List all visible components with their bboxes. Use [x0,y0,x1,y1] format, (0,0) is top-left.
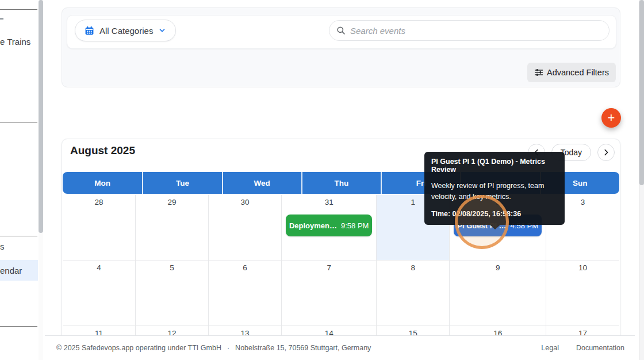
sidebar-item-calendar-label: endar [0,266,22,275]
date-number: 28 [63,198,135,207]
calendar-cell-10[interactable]: 10 [546,261,619,326]
date-number: 9 [450,263,546,273]
tooltip-time: Time: 02/08/2025, 16:58:36 [431,210,558,218]
sidebar-item-calendar[interactable]: endar [0,260,38,281]
sliders-icon [534,68,543,77]
chevron-down-icon [158,26,166,35]
day-header-wed: Wed [222,172,301,194]
calendar-cell-30[interactable]: 30 [209,195,282,261]
documentation-link[interactable]: Documentation [576,344,624,352]
date-number: 8 [377,263,449,273]
day-header-thu: Thu [301,172,381,194]
sidebar-item-release-trains[interactable]: e Trains [0,37,30,47]
footer-copyright: © 2025 Safedevops.app operating under TT… [56,344,221,352]
next-month-button[interactable] [597,144,615,161]
calendar-month-title: August 2025 [70,144,135,157]
advanced-filters-button[interactable]: Advanced Filters [527,63,616,82]
page-scrollbar-thumb[interactable] [639,0,644,185]
add-event-button[interactable]: + [601,108,621,128]
page-scrollbar[interactable] [639,0,644,360]
chevron-right-icon [602,148,610,156]
calendar-cell-29[interactable]: 29 [136,195,209,261]
event-tooltip: PI Guest PI 1 (Q1 Demo) - Metrics Review… [424,152,565,225]
sidebar-section-heading: s [0,242,5,251]
calendar-cell-31[interactable]: 31Deploymen…9:58 PM [282,195,377,261]
sidebar-divider [0,236,37,236]
search-input[interactable] [350,26,602,36]
filter-card: All Categories [62,7,620,87]
sidebar-scrollbar[interactable] [39,0,43,360]
date-number: 6 [209,263,281,273]
date-number: 5 [136,263,208,273]
calendar-icon [85,26,94,36]
event-time: 9:58 PM [341,221,369,230]
day-header-mon: Mon [63,172,142,194]
calendar-cell-6[interactable]: 6 [209,261,282,326]
calendar-cell-7[interactable]: 7 [282,261,377,326]
filter-toolbar: All Categories [67,15,616,49]
sidebar: e Trains s endar [0,0,38,360]
event-pill[interactable]: Deploymen…9:58 PM [286,215,373,236]
date-number: 30 [209,198,281,207]
tooltip-title: PI Guest PI 1 (Q1 Demo) - Metrics Review [431,158,558,174]
category-filter-label: All Categories [99,26,153,36]
calendar-cell-28[interactable]: 28 [63,195,136,261]
sidebar-divider [0,326,37,327]
calendar-cell-4[interactable]: 4 [63,261,136,326]
footer-address: Nobelstraße 15, 70569 Stuttgart, Germany [235,344,371,352]
event-title: Deploymen… [289,221,337,230]
calendar-cell-8[interactable]: 8 [377,261,450,326]
footer: © 2025 Safedevops.app operating under TT… [45,335,635,360]
sidebar-divider [0,122,37,122]
day-header-tue: Tue [142,172,221,194]
legal-link[interactable]: Legal [541,344,559,352]
calendar-cell-9[interactable]: 9 [450,261,546,326]
footer-separator: · [227,344,229,352]
tooltip-description: Weekly review of PI progress, team veloc… [431,181,558,203]
date-number: 29 [136,198,208,207]
sidebar-item-fragment [0,18,3,20]
date-number: 7 [282,263,377,273]
category-filter-button[interactable]: All Categories [75,20,176,41]
date-number: 4 [63,263,135,273]
advanced-filters-label: Advanced Filters [547,68,609,77]
search-icon [336,26,346,35]
sidebar-scrollbar-thumb[interactable] [39,0,43,233]
sidebar-divider [0,9,37,10]
search-box [329,20,610,41]
date-number: 10 [546,263,619,273]
app-root: e Trains s endar [0,0,644,360]
date-number: 31 [282,198,377,207]
calendar-cell-5[interactable]: 5 [136,261,209,326]
